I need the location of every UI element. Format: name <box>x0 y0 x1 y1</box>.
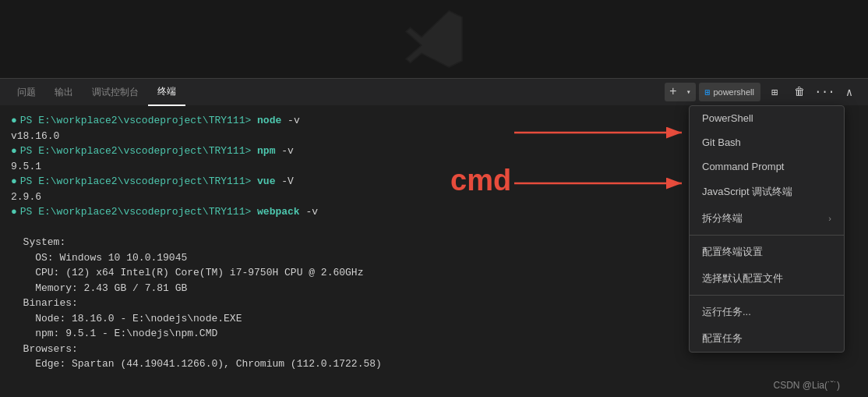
menu-config-terminal[interactable]: 配置终端设置 <box>690 239 844 265</box>
dot-1: ● <box>11 113 17 129</box>
new-terminal-button[interactable]: + <box>665 83 682 101</box>
tab-terminal[interactable]: 终端 <box>148 79 185 106</box>
dot-3: ● <box>11 174 17 190</box>
dot-2: ● <box>11 144 17 159</box>
menu-powershell[interactable]: PowerShell <box>690 106 844 130</box>
split-terminal-button[interactable]: ⊞ <box>764 81 785 103</box>
delete-terminal-button[interactable]: 🗑 <box>789 81 810 103</box>
vscode-logo <box>403 8 465 70</box>
more-actions-button[interactable]: ··· <box>813 81 835 103</box>
tab-problems[interactable]: 问题 <box>8 79 45 106</box>
powershell-label: powershell <box>713 87 754 97</box>
terminal-dropdown-menu: PowerShell Git Bash Command Prompt JavaS… <box>689 105 845 353</box>
menu-select-default-profile[interactable]: 选择默认配置文件 <box>690 265 844 292</box>
menu-separator-2 <box>690 295 844 296</box>
tab-bar: 问题 输出 调试控制台 终端 + ▾ ⊞ powershell ⊞ 🗑 ··· … <box>0 78 868 105</box>
menu-command-prompt[interactable]: Command Prompt <box>690 154 844 179</box>
terminal-dropdown-button[interactable]: ▾ <box>682 83 696 101</box>
dot-4: ● <box>11 204 17 220</box>
menu-run-task[interactable]: 运行任务... <box>690 299 844 325</box>
tab-output[interactable]: 输出 <box>45 79 83 106</box>
chevron-right-icon: › <box>828 214 831 223</box>
menu-git-bash[interactable]: Git Bash <box>690 130 844 154</box>
collapse-panel-button[interactable]: ∧ <box>838 81 860 103</box>
tab-debug-console[interactable]: 调试控制台 <box>83 79 148 106</box>
menu-config-task[interactable]: 配置任务 <box>690 325 844 352</box>
ps-icon: ⊞ <box>705 87 711 97</box>
menu-js-debug[interactable]: JavaScript 调试终端 <box>690 179 844 205</box>
output-edge: Edge: Spartan (44.19041.1266.0), Chromiu… <box>11 356 857 372</box>
menu-separator-1 <box>690 235 844 236</box>
csdn-watermark: CSDN @Lia(˙˘˙) <box>773 380 840 391</box>
menu-split-terminal[interactable]: 拆分终端 › <box>690 205 844 232</box>
